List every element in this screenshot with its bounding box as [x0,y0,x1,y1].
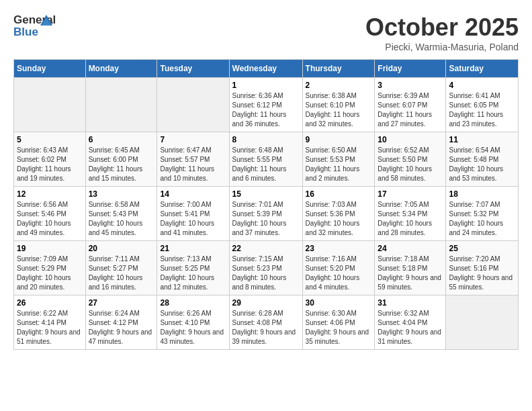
day-number: 14 [160,189,226,199]
day-number: 11 [449,135,515,144]
day-number: 29 [232,298,300,308]
day-info: Sunrise: 6:56 AM Sunset: 5:46 PM Dayligh… [17,200,83,238]
day-info: Sunrise: 6:41 AM Sunset: 6:05 PM Dayligh… [449,91,515,129]
calendar-cell: 3Sunrise: 6:39 AM Sunset: 6:07 PM Daylig… [375,78,446,132]
day-info: Sunrise: 6:50 AM Sunset: 5:53 PM Dayligh… [306,146,372,183]
calendar-table: SundayMondayTuesdayWednesdayThursdayFrid… [13,59,519,350]
calendar-cell: 10Sunrise: 6:52 AM Sunset: 5:50 PM Dayli… [375,132,446,187]
day-info: Sunrise: 7:01 AM Sunset: 5:39 PM Dayligh… [232,200,300,238]
day-info: Sunrise: 6:54 AM Sunset: 5:48 PM Dayligh… [449,146,515,183]
day-info: Sunrise: 6:28 AM Sunset: 4:08 PM Dayligh… [232,309,300,347]
calendar-body: 1Sunrise: 6:36 AM Sunset: 6:12 PM Daylig… [14,78,519,350]
calendar-cell: 2Sunrise: 6:38 AM Sunset: 6:10 PM Daylig… [302,78,375,132]
calendar-cell: 28Sunrise: 6:26 AM Sunset: 4:10 PM Dayli… [157,295,229,350]
calendar-cell: 20Sunrise: 7:11 AM Sunset: 5:27 PM Dayli… [85,241,157,295]
day-number: 24 [378,244,443,253]
day-number: 10 [378,135,443,144]
calendar-cell: 1Sunrise: 6:36 AM Sunset: 6:12 PM Daylig… [229,78,302,132]
calendar-cell: 23Sunrise: 7:16 AM Sunset: 5:20 PM Dayli… [302,241,375,295]
calendar-cell: 7Sunrise: 6:47 AM Sunset: 5:57 PM Daylig… [157,132,229,187]
day-info: Sunrise: 7:11 AM Sunset: 5:27 PM Dayligh… [89,255,154,292]
calendar-cell [446,295,519,350]
calendar-cell: 5Sunrise: 6:43 AM Sunset: 6:02 PM Daylig… [14,132,86,187]
day-number: 19 [17,244,83,253]
day-number: 5 [17,135,83,144]
day-number: 28 [160,298,226,308]
calendar-cell: 21Sunrise: 7:13 AM Sunset: 5:25 PM Dayli… [157,241,229,295]
day-number: 16 [306,189,372,199]
day-info: Sunrise: 7:15 AM Sunset: 5:23 PM Dayligh… [232,255,300,292]
calendar-cell: 17Sunrise: 7:05 AM Sunset: 5:34 PM Dayli… [375,187,446,241]
calendar-cell: 15Sunrise: 7:01 AM Sunset: 5:39 PM Dayli… [229,187,302,241]
calendar-cell [14,78,86,132]
day-number: 22 [232,244,300,253]
day-info: Sunrise: 6:24 AM Sunset: 4:12 PM Dayligh… [89,309,154,347]
calendar-cell: 22Sunrise: 7:15 AM Sunset: 5:23 PM Dayli… [229,241,302,295]
month-title: October 2025 [365,13,519,42]
calendar-cell: 24Sunrise: 7:18 AM Sunset: 5:18 PM Dayli… [375,241,446,295]
calendar-cell: 9Sunrise: 6:50 AM Sunset: 5:53 PM Daylig… [302,132,375,187]
day-info: Sunrise: 6:45 AM Sunset: 6:00 PM Dayligh… [89,146,154,183]
calendar-cell: 12Sunrise: 6:56 AM Sunset: 5:46 PM Dayli… [14,187,86,241]
day-number: 1 [232,81,300,90]
calendar-cell: 4Sunrise: 6:41 AM Sunset: 6:05 PM Daylig… [446,78,519,132]
header-saturday: Saturday [446,60,519,78]
day-info: Sunrise: 7:05 AM Sunset: 5:34 PM Dayligh… [378,200,443,238]
calendar-cell: 19Sunrise: 7:09 AM Sunset: 5:29 PM Dayli… [14,241,86,295]
day-number: 23 [306,244,372,253]
day-number: 18 [449,189,515,199]
header-tuesday: Tuesday [157,60,229,78]
calendar-week-2: 5Sunrise: 6:43 AM Sunset: 6:02 PM Daylig… [14,132,519,187]
calendar-cell: 25Sunrise: 7:20 AM Sunset: 5:16 PM Dayli… [446,241,519,295]
calendar-cell: 13Sunrise: 6:58 AM Sunset: 5:43 PM Dayli… [85,187,157,241]
calendar-cell: 29Sunrise: 6:28 AM Sunset: 4:08 PM Dayli… [229,295,302,350]
day-info: Sunrise: 7:13 AM Sunset: 5:25 PM Dayligh… [160,255,226,292]
calendar-cell [85,78,157,132]
day-info: Sunrise: 7:20 AM Sunset: 5:16 PM Dayligh… [449,255,515,292]
day-info: Sunrise: 6:52 AM Sunset: 5:50 PM Dayligh… [378,146,443,183]
calendar-cell [157,78,229,132]
day-info: Sunrise: 7:16 AM Sunset: 5:20 PM Dayligh… [306,255,372,292]
calendar-week-1: 1Sunrise: 6:36 AM Sunset: 6:12 PM Daylig… [14,78,519,132]
calendar-cell: 18Sunrise: 7:07 AM Sunset: 5:32 PM Dayli… [446,187,519,241]
day-number: 17 [378,189,443,199]
calendar-week-4: 19Sunrise: 7:09 AM Sunset: 5:29 PM Dayli… [14,241,519,295]
day-info: Sunrise: 7:18 AM Sunset: 5:18 PM Dayligh… [378,255,443,292]
day-info: Sunrise: 7:09 AM Sunset: 5:29 PM Dayligh… [17,255,83,292]
day-info: Sunrise: 6:58 AM Sunset: 5:43 PM Dayligh… [89,200,154,238]
day-info: Sunrise: 7:03 AM Sunset: 5:36 PM Dayligh… [306,200,372,238]
day-info: Sunrise: 6:36 AM Sunset: 6:12 PM Dayligh… [232,91,300,129]
day-number: 3 [378,81,443,90]
day-number: 2 [306,81,372,90]
day-number: 4 [449,81,515,90]
calendar-cell: 27Sunrise: 6:24 AM Sunset: 4:12 PM Dayli… [85,295,157,350]
header-wednesday: Wednesday [229,60,302,78]
calendar-header-row: SundayMondayTuesdayWednesdayThursdayFrid… [14,60,519,78]
logo: General Blue [13,13,47,40]
day-info: Sunrise: 7:00 AM Sunset: 5:41 PM Dayligh… [160,200,226,238]
title-area: October 2025 Piecki, Warmia-Masuria, Pol… [365,13,519,52]
calendar-week-3: 12Sunrise: 6:56 AM Sunset: 5:46 PM Dayli… [14,187,519,241]
page-header: General Blue October 2025 Piecki, Warmia… [13,13,519,52]
day-number: 8 [232,135,300,144]
calendar-cell: 11Sunrise: 6:54 AM Sunset: 5:48 PM Dayli… [446,132,519,187]
header-sunday: Sunday [14,60,86,78]
day-info: Sunrise: 6:38 AM Sunset: 6:10 PM Dayligh… [306,91,372,129]
day-info: Sunrise: 6:48 AM Sunset: 5:55 PM Dayligh… [232,146,300,183]
header-monday: Monday [85,60,157,78]
logo-icon [39,13,54,28]
calendar-cell: 6Sunrise: 6:45 AM Sunset: 6:00 PM Daylig… [85,132,157,187]
calendar-cell: 26Sunrise: 6:22 AM Sunset: 4:14 PM Dayli… [14,295,86,350]
location-title: Piecki, Warmia-Masuria, Poland [365,42,519,52]
day-number: 30 [306,298,372,308]
day-number: 20 [89,244,154,253]
day-number: 26 [17,298,83,308]
day-number: 9 [306,135,372,144]
day-number: 6 [89,135,154,144]
day-info: Sunrise: 6:39 AM Sunset: 6:07 PM Dayligh… [378,91,443,129]
calendar-cell: 16Sunrise: 7:03 AM Sunset: 5:36 PM Dayli… [302,187,375,241]
header-friday: Friday [375,60,446,78]
day-number: 25 [449,244,515,253]
logo-blue: Blue [13,26,38,39]
day-info: Sunrise: 6:32 AM Sunset: 4:04 PM Dayligh… [378,309,443,347]
